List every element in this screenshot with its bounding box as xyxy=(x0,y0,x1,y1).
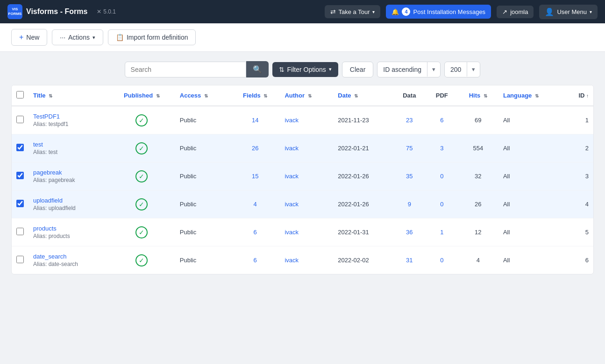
per-page-chevron-button[interactable]: ▾ xyxy=(467,62,480,77)
form-title-link[interactable]: TestPDF1 xyxy=(33,113,104,120)
fields-link[interactable]: 6 xyxy=(254,229,257,236)
th-author[interactable]: Author ⇅ xyxy=(280,85,333,106)
joomla-button[interactable]: ↗ joomla xyxy=(497,6,534,18)
th-pdf: PDF xyxy=(426,85,458,106)
fields-link[interactable]: 15 xyxy=(252,173,258,180)
form-title-link[interactable]: date_search xyxy=(33,253,104,260)
notifications-button[interactable]: 🔔 4 Post Installation Messages xyxy=(386,5,491,19)
clear-button[interactable]: Clear xyxy=(342,62,373,77)
check-circle-icon: ✓ xyxy=(135,198,148,210)
data-link[interactable]: 75 xyxy=(406,145,413,152)
author-link[interactable]: ivack xyxy=(285,201,299,208)
pdf-link[interactable]: 6 xyxy=(440,117,443,124)
search-button[interactable]: 🔍 xyxy=(246,61,269,77)
row-checkbox[interactable] xyxy=(16,228,24,235)
search-input[interactable] xyxy=(125,62,246,77)
published-status[interactable]: ✓ xyxy=(135,142,148,155)
th-id[interactable]: ID ↑ xyxy=(565,85,593,106)
row-checkbox-cell xyxy=(12,106,28,134)
row-data-cell: 23 xyxy=(393,106,426,134)
table-row: TestPDF1 Alias: testpdf1 ✓ Public 14 iva… xyxy=(12,106,593,134)
row-author-cell: ivack xyxy=(280,134,333,162)
form-title-link[interactable]: products xyxy=(33,225,104,232)
author-link[interactable]: ivack xyxy=(285,117,299,124)
sort-chevron-button[interactable]: ▾ xyxy=(427,62,440,77)
author-link[interactable]: ivack xyxy=(285,145,299,152)
search-wrapper: 🔍 xyxy=(125,61,269,77)
author-link[interactable]: ivack xyxy=(285,173,299,180)
fields-link[interactable]: 6 xyxy=(254,257,257,264)
row-language-cell: All xyxy=(498,106,565,134)
pdf-link[interactable]: 0 xyxy=(440,173,443,180)
row-checkbox[interactable] xyxy=(16,144,24,151)
new-button[interactable]: + New xyxy=(11,29,47,46)
id-sort-icon: ↑ xyxy=(586,93,589,98)
data-link[interactable]: 23 xyxy=(406,117,413,124)
data-link[interactable]: 35 xyxy=(406,173,413,180)
author-link[interactable]: ivack xyxy=(285,257,299,264)
th-published[interactable]: Published ⇅ xyxy=(108,85,175,106)
pdf-link[interactable]: 0 xyxy=(440,257,443,264)
row-id-cell: 1 xyxy=(565,106,593,134)
th-title[interactable]: Title ⇅ xyxy=(28,85,108,106)
take-tour-button[interactable]: ⇄ Take a Tour ▾ xyxy=(325,5,381,18)
row-checkbox[interactable] xyxy=(16,116,24,123)
version-badge: ✕ 5.0.1 xyxy=(97,8,116,15)
row-checkbox[interactable] xyxy=(16,200,24,207)
form-title-link[interactable]: uploadfield xyxy=(33,197,104,204)
user-menu-button[interactable]: 👤 User Menu ▾ xyxy=(539,5,598,19)
data-link[interactable]: 9 xyxy=(408,201,411,208)
forms-table-wrap: Title ⇅ Published ⇅ Access ⇅ Fields ⇅ Au… xyxy=(11,85,594,274)
th-date[interactable]: Date ⇅ xyxy=(333,85,393,106)
fields-link[interactable]: 4 xyxy=(254,201,257,208)
published-status[interactable]: ✓ xyxy=(135,226,148,239)
row-id-cell: 3 xyxy=(565,162,593,190)
row-checkbox-cell xyxy=(12,190,28,218)
row-fields-cell: 6 xyxy=(230,246,280,274)
pdf-link[interactable]: 1 xyxy=(440,229,443,236)
row-author-cell: ivack xyxy=(280,218,333,246)
row-date-cell: 2022-01-26 xyxy=(333,190,393,218)
published-status[interactable]: ✓ xyxy=(135,170,148,183)
th-language[interactable]: Language ⇅ xyxy=(498,85,565,106)
row-title-cell: date_search Alias: date-search xyxy=(28,246,108,274)
row-checkbox[interactable] xyxy=(16,256,24,263)
row-hits-cell: 32 xyxy=(458,162,498,190)
author-link[interactable]: ivack xyxy=(285,229,299,236)
row-language-cell: All xyxy=(498,162,565,190)
published-status[interactable]: ✓ xyxy=(135,114,148,127)
pdf-link[interactable]: 0 xyxy=(440,201,443,208)
row-checkbox[interactable] xyxy=(16,172,24,179)
th-fields[interactable]: Fields ⇅ xyxy=(230,85,280,106)
language-sort-icon: ⇅ xyxy=(535,93,539,98)
form-title-link[interactable]: test xyxy=(33,141,104,148)
pdf-link[interactable]: 3 xyxy=(440,145,443,152)
select-all-checkbox[interactable] xyxy=(16,91,24,98)
bell-icon: 🔔 xyxy=(391,8,399,15)
row-published-cell: ✓ xyxy=(108,106,175,134)
row-language-cell: All xyxy=(498,246,565,274)
data-link[interactable]: 31 xyxy=(406,257,413,264)
th-access[interactable]: Access ⇅ xyxy=(175,85,230,106)
table-body: TestPDF1 Alias: testpdf1 ✓ Public 14 iva… xyxy=(12,106,593,274)
published-status[interactable]: ✓ xyxy=(135,254,148,267)
published-status[interactable]: ✓ xyxy=(135,198,148,211)
app-logo[interactable]: VISFORMS Visforms - Forms xyxy=(7,4,87,19)
date-sort-icon: ⇅ xyxy=(354,93,358,98)
filter-options-button[interactable]: ⇅ Filter Options ▾ xyxy=(272,62,338,77)
logo-icon: VISFORMS xyxy=(7,4,22,19)
top-navigation: VISFORMS Visforms - Forms ✕ 5.0.1 ⇄ Take… xyxy=(0,0,605,23)
published-sort-icon: ⇅ xyxy=(156,93,160,98)
row-author-cell: ivack xyxy=(280,106,333,134)
actions-button[interactable]: ··· Actions ▾ xyxy=(52,29,103,45)
notification-badge: 4 xyxy=(402,7,410,16)
data-link[interactable]: 36 xyxy=(406,229,413,236)
import-button[interactable]: 📋 Import form definition xyxy=(108,29,196,45)
th-hits[interactable]: Hits ⇅ xyxy=(458,85,498,106)
row-access-cell: Public xyxy=(175,106,230,134)
fields-link[interactable]: 26 xyxy=(252,145,258,152)
fields-link[interactable]: 14 xyxy=(252,117,258,124)
row-checkbox-cell xyxy=(12,218,28,246)
form-title-link[interactable]: pagebreak xyxy=(33,169,104,176)
row-pdf-cell: 6 xyxy=(426,106,458,134)
